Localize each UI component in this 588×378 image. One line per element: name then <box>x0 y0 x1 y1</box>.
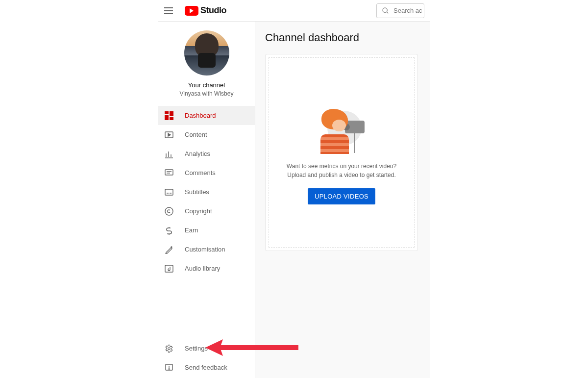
nav-label: Dashboard <box>185 112 216 119</box>
nav-customisation[interactable]: Customisation <box>158 240 255 259</box>
sidebar-nav-bottom: Settings Send feedback <box>158 339 255 378</box>
youtube-play-icon <box>185 6 198 16</box>
profile-title: Your channel <box>158 81 255 89</box>
channel-name: Vinyasa with Wisbey <box>158 90 255 97</box>
svg-point-25 <box>169 368 170 369</box>
comments-icon <box>164 168 174 178</box>
sidebar-nav: Dashboard Content Analytics <box>158 106 255 278</box>
feedback-icon <box>164 363 174 373</box>
nav-subtitles[interactable]: Subtitles <box>158 182 255 202</box>
svg-rect-14 <box>165 189 173 195</box>
prompt-line-1: Want to see metrics on your recent video… <box>287 162 396 171</box>
nav-label: Copyright <box>185 207 212 215</box>
nav-send-feedback[interactable]: Send feedback <box>158 358 255 377</box>
svg-rect-5 <box>170 117 173 120</box>
nav-earn[interactable]: Earn <box>158 221 255 240</box>
upload-videos-button[interactable]: UPLOAD VIDEOS <box>308 188 375 204</box>
svg-rect-3 <box>170 111 173 116</box>
studio-logo[interactable]: Studio <box>185 5 226 16</box>
app-window: Studio Your channel Vinyasa with Wisbey … <box>158 0 430 378</box>
sidebar: Your channel Vinyasa with Wisbey Dashboa… <box>158 22 255 378</box>
search-input[interactable] <box>393 7 423 14</box>
upload-prompt-inner: Want to see metrics on your recent video… <box>269 57 415 248</box>
svg-point-17 <box>165 207 173 215</box>
upload-illustration <box>315 108 368 155</box>
nav-label: Audio library <box>185 265 220 272</box>
svg-point-20 <box>171 247 172 248</box>
dashboard-icon <box>164 111 174 121</box>
prompt-line-2: Upload and publish a video to get starte… <box>287 171 395 179</box>
earn-icon <box>164 226 174 235</box>
nav-label: Subtitles <box>185 188 209 196</box>
nav-label: Earn <box>185 227 198 234</box>
settings-icon <box>164 344 174 353</box>
nav-label: Send feedback <box>185 364 227 371</box>
svg-rect-4 <box>165 115 169 120</box>
search-icon <box>382 7 390 15</box>
nav-settings[interactable]: Settings <box>158 339 255 358</box>
logo-text: Studio <box>200 5 226 16</box>
subtitles-icon <box>164 187 174 197</box>
svg-line-1 <box>387 12 388 13</box>
svg-rect-11 <box>165 170 173 175</box>
content-icon <box>164 130 174 140</box>
audio-icon <box>164 264 174 274</box>
nav-label: Customisation <box>185 246 225 253</box>
page-title: Channel dashboard <box>265 31 420 44</box>
channel-avatar[interactable] <box>184 30 229 76</box>
nav-label: Comments <box>185 169 216 176</box>
nav-audio-library[interactable]: Audio library <box>158 259 255 278</box>
upload-prompt-card: Want to see metrics on your recent video… <box>265 54 418 251</box>
nav-content[interactable]: Content <box>158 125 255 144</box>
main-content: Channel dashboard Want to see metrics on… <box>255 22 430 378</box>
svg-point-0 <box>383 8 387 12</box>
search-box[interactable] <box>376 3 424 18</box>
svg-rect-2 <box>165 111 169 114</box>
nav-label: Settings <box>185 345 208 352</box>
copyright-icon <box>164 206 174 216</box>
nav-label: Content <box>185 131 207 138</box>
app-body: Your channel Vinyasa with Wisbey Dashboa… <box>158 22 430 378</box>
app-header: Studio <box>158 0 430 22</box>
nav-analytics[interactable]: Analytics <box>158 144 255 163</box>
svg-point-22 <box>168 347 171 350</box>
hamburger-menu-icon[interactable] <box>164 5 176 17</box>
nav-label: Analytics <box>185 150 210 157</box>
nav-dashboard[interactable]: Dashboard <box>158 106 255 125</box>
channel-profile: Your channel Vinyasa with Wisbey <box>158 22 255 106</box>
analytics-icon <box>164 149 174 159</box>
nav-comments[interactable]: Comments <box>158 163 255 182</box>
customise-icon <box>164 245 174 254</box>
nav-copyright[interactable]: Copyright <box>158 202 255 221</box>
